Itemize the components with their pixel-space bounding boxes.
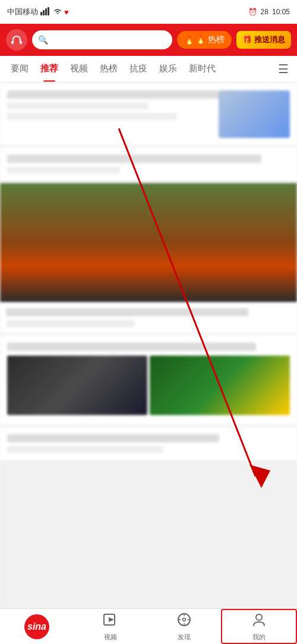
tab-kangyi[interactable]: 抗疫 xyxy=(124,56,153,82)
news-title-3 xyxy=(7,343,256,351)
svg-rect-1 xyxy=(43,10,45,15)
news-meta-1 xyxy=(7,102,148,109)
search-icon: 🔍 xyxy=(38,35,48,45)
sina-logo: sina xyxy=(24,614,49,639)
top-navigation: 🔍 🔥 🔥 热榜 🎁 推送消息 xyxy=(0,24,297,56)
news-title-2 xyxy=(7,155,261,163)
bottom-nav-discover[interactable]: 发现 xyxy=(147,609,221,644)
thumb-small-1 xyxy=(7,356,147,415)
time-display: 10:05 xyxy=(272,8,290,16)
hot-trending-button[interactable]: 🔥 🔥 热榜 xyxy=(177,31,232,49)
tab-yaowen[interactable]: 要闻 xyxy=(5,56,34,82)
news-large-meta xyxy=(6,320,134,327)
video-icon xyxy=(103,612,118,631)
tab-tuijian[interactable]: 推荐 xyxy=(34,56,64,82)
news-feed[interactable] xyxy=(0,82,297,608)
tab-yule[interactable]: 娱乐 xyxy=(153,56,183,82)
svg-rect-3 xyxy=(48,7,49,15)
wifi-icon xyxy=(53,8,62,17)
news-large-image xyxy=(0,183,297,302)
network-type xyxy=(40,7,51,17)
news-title-4 xyxy=(7,434,219,442)
search-bar[interactable]: 🔍 xyxy=(32,30,172,49)
svg-rect-0 xyxy=(40,12,42,15)
news-thumb-row xyxy=(7,356,290,415)
news-item-4[interactable] xyxy=(0,427,297,460)
news-source-1 xyxy=(7,113,177,120)
push-label: 🎁 推送消息 xyxy=(242,35,285,44)
svg-rect-2 xyxy=(45,8,47,15)
tab-shipin[interactable]: 视频 xyxy=(64,56,94,82)
svg-point-16 xyxy=(256,614,262,620)
hot-label: 🔥 热榜 xyxy=(195,34,225,45)
category-tabs: 要闻 推荐 视频 热榜 抗疫 娱乐 新时代 ☰ xyxy=(0,56,297,82)
discover-icon xyxy=(176,612,192,631)
news-thumb-1 xyxy=(219,90,290,138)
news-meta-2 xyxy=(7,167,120,174)
svg-rect-4 xyxy=(11,41,14,44)
news-item-2[interactable] xyxy=(0,147,297,181)
alarm-icon: ⏰ xyxy=(248,8,257,16)
tab-rebang[interactable]: 热榜 xyxy=(94,56,124,82)
more-tabs-menu[interactable]: ☰ xyxy=(274,62,292,76)
status-right: ⏰ 28 10:05 xyxy=(248,8,290,16)
tab-xinshidai[interactable]: 新时代 xyxy=(183,56,222,82)
svg-rect-5 xyxy=(20,41,22,44)
bottom-navigation: sina 视频 发现 xyxy=(0,608,297,644)
svg-marker-9 xyxy=(109,617,114,622)
news-title-1 xyxy=(7,90,233,99)
status-bar: 中国移动 ♥ ⏰ 28 10:05 xyxy=(0,0,297,24)
push-notification-button[interactable]: 🎁 推送消息 xyxy=(236,31,291,49)
bottom-nav-video[interactable]: 视频 xyxy=(74,609,147,644)
news-item-large[interactable] xyxy=(0,183,297,333)
mine-icon xyxy=(251,612,267,631)
news-meta-4 xyxy=(7,446,163,453)
svg-point-11 xyxy=(183,618,186,621)
bottom-nav-home[interactable]: sina xyxy=(0,609,74,644)
news-item-1[interactable] xyxy=(0,83,297,145)
battery-level: 28 xyxy=(261,8,268,16)
fire-icon: 🔥 xyxy=(184,35,194,45)
discover-label: 发现 xyxy=(178,633,191,642)
thumb-small-2 xyxy=(150,356,290,415)
headphone-button[interactable] xyxy=(6,29,27,51)
carrier-label: 中国移动 xyxy=(7,7,38,17)
bottom-nav-mine[interactable]: 我的 xyxy=(221,609,297,644)
heart-icon: ♥ xyxy=(64,8,69,17)
news-large-title xyxy=(6,308,248,316)
news-item-3[interactable] xyxy=(0,335,297,425)
mine-label: 我的 xyxy=(252,633,266,642)
video-label: 视频 xyxy=(104,633,117,642)
status-left: 中国移动 ♥ xyxy=(7,7,69,17)
